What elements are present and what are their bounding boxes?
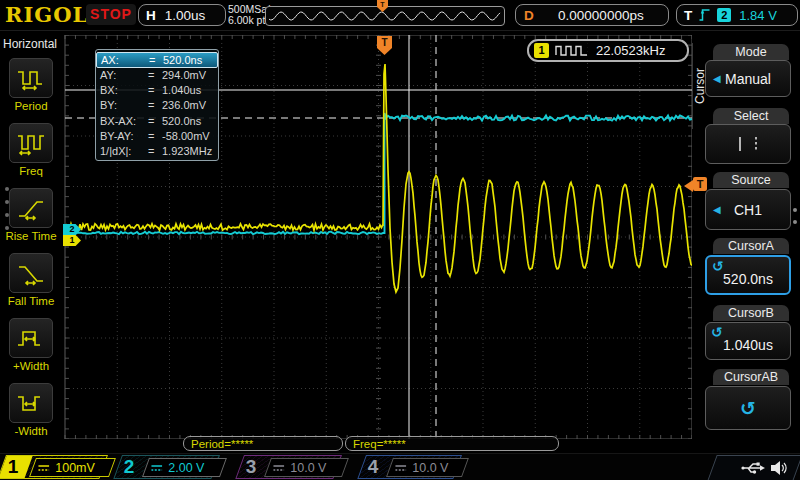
cursor-readout-box: AX:=520.0ns AY:=294.0mV BX:=1.040us BY:=… <box>95 49 219 161</box>
trigger-level-arrow[interactable] <box>684 180 693 192</box>
scroll-dot <box>5 226 9 230</box>
trigger-source-badge: 2 <box>717 8 731 22</box>
io-status-box <box>707 455 800 480</box>
delay-label: D <box>524 8 534 23</box>
mode-value: Manual <box>725 71 771 87</box>
cursor-ab-header: CursorAB <box>713 369 789 385</box>
cursor-ab-button[interactable]: ↺ <box>705 386 791 430</box>
cursor-row-by: BY:=236.0mV <box>96 98 218 113</box>
svg-text:T: T <box>380 1 385 8</box>
cursor-b-header: CursorB <box>713 305 789 321</box>
trigger-level-marker[interactable]: T <box>693 177 707 191</box>
knob-icon: ↺ <box>711 324 723 340</box>
select-button[interactable] <box>705 124 791 164</box>
top-status-bar: RIGOL STOP H 1.00us 500MSa/s 6.00k pts T… <box>0 0 800 31</box>
channel-4-scale: 10.0 V <box>386 458 469 477</box>
measure-item-label: Fall Time <box>0 295 62 307</box>
menu-page-dot <box>793 220 797 224</box>
trigger-status-box[interactable]: T 2 1.84 V <box>676 4 798 26</box>
freq-icon <box>9 123 53 163</box>
cursor-row-ax: AX:=520.0ns <box>96 52 218 68</box>
rigol-logo: RIGOL <box>5 2 88 27</box>
freq-readout: Freq=***** <box>345 436 559 451</box>
fall-time-icon <box>9 253 53 293</box>
measure-item-period[interactable]: Period <box>0 58 62 122</box>
period-readout: Period=***** <box>183 436 343 451</box>
channel-number: 4 <box>368 456 379 478</box>
channel-3-tab[interactable]: 3 10.0 V <box>235 455 342 479</box>
rise-time-icon <box>9 188 53 228</box>
select-header: Select <box>713 108 789 124</box>
channel-4-tab[interactable]: 4 10.0 V <box>357 455 462 479</box>
neg-width-icon <box>9 383 53 423</box>
dc-coupling-icon <box>395 464 406 472</box>
frequency-counter: 1 22.0523kHz <box>527 39 689 62</box>
cursor-select-icon <box>728 136 768 152</box>
measure-item-label: Rise Time <box>0 230 62 242</box>
dc-coupling-icon <box>273 464 284 472</box>
scroll-dot <box>5 213 9 217</box>
channel-2-tab[interactable]: 2 2.00 V <box>113 455 220 479</box>
measure-item-label: +Width <box>0 360 62 372</box>
cursor-a-header: CursorA <box>713 238 789 254</box>
rising-edge-icon <box>698 8 711 22</box>
channel-3-scale: 10.0 V <box>264 458 349 477</box>
run-state-badge[interactable]: STOP <box>86 4 136 25</box>
source-button[interactable]: ◀ CH1 <box>705 189 791 230</box>
cursor-menu-panel: Cursor Mode ◀ Manual Select Source ◀ CH1… <box>692 31 800 453</box>
back-arrow-icon: ◀ <box>713 73 721 84</box>
counter-value: 22.0523kHz <box>596 43 665 58</box>
scroll-dot <box>5 187 9 191</box>
trigger-level-value: 1.84 V <box>739 8 777 23</box>
svg-text:T: T <box>381 37 387 48</box>
mode-button[interactable]: ◀ Manual <box>705 60 791 97</box>
measure-item-pos-width[interactable]: +Width <box>0 318 62 382</box>
channel-status-bar: 1 100mV 2 2.00 V 3 10.0 V 4 10.0 V <box>0 453 800 480</box>
cursor-a-button[interactable]: ↺ 520.0ns <box>705 255 791 295</box>
measure-item-label: Period <box>0 100 62 112</box>
mode-header: Mode <box>713 44 789 60</box>
cursor-b-value: 1.040us <box>723 337 773 353</box>
timebase-value: 1.00us <box>165 8 206 23</box>
delay-box[interactable]: D 0.00000000ps <box>515 4 669 26</box>
measure-item-label: -Width <box>0 425 62 437</box>
speaker-icon <box>771 461 787 475</box>
measure-item-freq[interactable]: Freq <box>0 123 62 187</box>
cursor-row-bx: BX:=1.040us <box>96 83 218 98</box>
channel-1-tab[interactable]: 1 100mV <box>0 455 108 479</box>
measure-item-fall-time[interactable]: Fall Time <box>0 253 62 317</box>
dc-coupling-icon <box>151 464 162 472</box>
menu-page-dot <box>793 208 797 212</box>
timebase-label: H <box>146 8 156 23</box>
knob-icon: ↺ <box>740 397 756 419</box>
trigger-label: T <box>684 8 692 23</box>
channel-1-scale: 100mV <box>29 458 116 477</box>
source-value: CH1 <box>734 202 762 218</box>
cursor-row-byay: BY-AY:=-58.00mV <box>96 128 218 143</box>
measure-item-rise-time[interactable]: Rise Time <box>0 188 62 252</box>
delay-value: 0.00000000ps <box>534 8 668 23</box>
scroll-dot <box>5 200 9 204</box>
timebase-box[interactable]: H 1.00us <box>138 4 226 26</box>
source-header: Source <box>713 172 789 188</box>
measure-item-label: Freq <box>0 165 62 177</box>
counter-source-badge: 1 <box>534 43 549 58</box>
measure-panel: Horizontal Period Freq Rise Time Fall Ti… <box>0 31 62 453</box>
oscilloscope-screen: RIGOL STOP H 1.00us 500MSa/s 6.00k pts T… <box>0 0 800 480</box>
cursor-row-bxax: BX-AX:=520.0ns <box>96 113 218 128</box>
trigger-position-marker[interactable]: T <box>376 36 393 56</box>
dc-coupling-icon <box>38 464 49 472</box>
measure-panel-title: Horizontal <box>3 37 57 51</box>
memory-trigger-position-icon[interactable]: T <box>377 0 388 13</box>
square-wave-icon <box>555 45 589 56</box>
knob-icon: ↺ <box>712 258 724 274</box>
measure-item-neg-width[interactable]: -Width <box>0 383 62 447</box>
cursor-a-value: 520.0ns <box>723 271 773 287</box>
channel-number: 3 <box>246 456 257 478</box>
cursor-b-button[interactable]: ↺ 1.040us <box>705 322 791 360</box>
back-arrow-icon: ◀ <box>713 204 721 215</box>
channel-number: 2 <box>124 456 135 478</box>
usb-icon <box>741 461 765 475</box>
pos-width-icon <box>9 318 53 358</box>
period-icon <box>9 58 53 98</box>
